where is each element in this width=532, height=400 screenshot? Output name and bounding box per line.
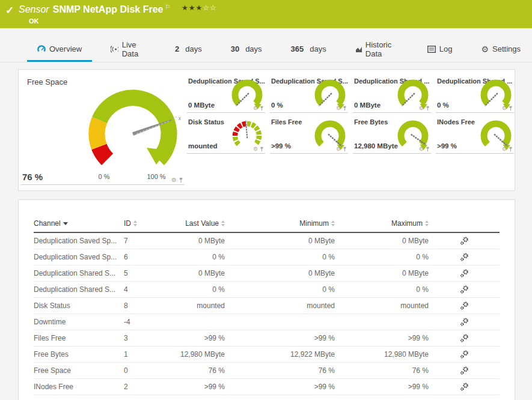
live-data-icon: [111, 46, 118, 53]
tab-2-days[interactable]: 2 days: [165, 36, 212, 62]
tab-overview[interactable]: Overview: [27, 36, 92, 62]
table-row[interactable]: Deduplication Shared S... 5 0 MByte 0 MB…: [34, 265, 500, 282]
channel-settings-gears-icon[interactable]: [460, 285, 469, 294]
table-row[interactable]: Files Free 3 >99 % >99 % >99 %: [34, 330, 500, 347]
tab-bar: Overview Live Data 2 days 30 days 365 da…: [0, 36, 532, 62]
channel-settings-gears-icon[interactable]: [460, 334, 469, 342]
tab-label: Log: [439, 44, 453, 53]
gauge-value: 0 MByte: [354, 102, 381, 109]
tab-historic-data[interactable]: Historic Data: [345, 36, 409, 62]
column-header-id[interactable]: ID: [124, 219, 159, 228]
channel-gauge-free-space[interactable]: Free Space x 76 % 0 % 100 % ⚙: [19, 70, 187, 190]
table-row[interactable]: Free Bytes 1 12,980 MByte 12,922 MByte 1…: [34, 347, 500, 363]
channel-gauge-dedup-saved-percent[interactable]: Deduplication Saved S... 0 % ⚙: [270, 73, 348, 113]
sort-desc-icon: [63, 222, 68, 225]
pin-icon[interactable]: [426, 106, 430, 111]
table-row[interactable]: Free Space 0 76 % 76 % 76 %: [34, 363, 500, 379]
channel-settings-gears-icon[interactable]: [460, 366, 469, 375]
gauge-settings-gear-icon[interactable]: ⚙: [336, 147, 341, 152]
table-row[interactable]: Deduplication Saved Sp... 7 0 MByte 0 MB…: [34, 233, 500, 249]
cell-last-value: 0 MByte: [159, 269, 225, 277]
channel-settings-gears-icon[interactable]: [460, 269, 469, 277]
pin-icon[interactable]: [343, 147, 347, 152]
column-header-channel[interactable]: Channel: [34, 219, 124, 228]
table-row[interactable]: Deduplication Saved Sp... 6 0 % 0 % 0 %: [34, 249, 500, 265]
sensor-status-badge: OK: [29, 17, 39, 25]
star-icon[interactable]: ★: [195, 4, 203, 12]
cell-maximum: >99 %: [335, 383, 429, 391]
channel-settings-gears-icon[interactable]: [460, 350, 469, 359]
flag-icon[interactable]: ⚐: [165, 4, 170, 10]
tab-number: 30: [231, 44, 239, 53]
cell-maximum: 76 %: [335, 366, 429, 375]
channel-settings-gears-icon[interactable]: [460, 253, 469, 261]
table-row[interactable]: Deduplication Shared S... 4 0 % 0 % 0 %: [34, 282, 500, 298]
priority-stars[interactable]: ★★★☆☆: [182, 4, 217, 12]
star-icon[interactable]: ☆: [203, 4, 210, 12]
tab-365-days[interactable]: 365 days: [281, 36, 337, 62]
channel-gauge-disk-status[interactable]: Disk Status: [187, 114, 265, 154]
gear-icon: ⚙: [481, 44, 489, 54]
gauge-settings-gear-icon[interactable]: ⚙: [171, 177, 177, 183]
table-row[interactable]: Downtime -4: [34, 314, 500, 330]
pin-icon[interactable]: [426, 147, 430, 152]
channel-settings-gears-icon[interactable]: [460, 237, 469, 245]
pin-icon[interactable]: [260, 106, 264, 111]
pin-icon[interactable]: [260, 147, 264, 152]
cell-maximum: 12,980 MByte: [335, 350, 429, 359]
pin-icon[interactable]: [343, 106, 347, 111]
cell-channel: Deduplication Saved Sp...: [34, 253, 124, 261]
channel-gauge-files-free[interactable]: Files Free >99 % ⚙: [270, 114, 348, 154]
pin-icon[interactable]: [509, 106, 513, 111]
log-icon: [427, 46, 436, 53]
gauge-settings-gear-icon[interactable]: ⚙: [419, 106, 424, 111]
cell-maximum: 0 %: [335, 285, 429, 294]
channel-gauge-free-bytes[interactable]: Free Bytes 12,980 MByte ⚙: [353, 114, 431, 154]
channel-table-panel: Channel ID Last Value Minimum Maximum: [18, 199, 515, 400]
pin-icon[interactable]: [509, 147, 513, 152]
cell-channel: Disk Status: [34, 302, 124, 310]
gauge-settings-gear-icon[interactable]: ⚙: [253, 106, 258, 111]
gauge-settings-gear-icon[interactable]: ⚙: [253, 147, 258, 152]
column-label: Last Value: [185, 219, 219, 228]
cell-channel: Free Bytes: [34, 350, 124, 359]
channel-gauge-dedup-shared-percent[interactable]: Deduplication Shared ... 0 % ⚙: [436, 73, 514, 113]
gauge-value: 12,980 MByte: [354, 142, 398, 150]
sort-icon: [133, 220, 137, 226]
tab-number: 365: [291, 44, 304, 53]
tab-30-days[interactable]: 30 days: [221, 36, 272, 62]
star-icon[interactable]: ★: [182, 4, 189, 12]
channel-table-header: Channel ID Last Value Minimum Maximum: [34, 219, 500, 233]
tab-label: Settings: [492, 44, 521, 53]
star-icon[interactable]: ★: [189, 4, 196, 12]
column-header-last-value[interactable]: Last Value: [159, 219, 225, 228]
cell-channel: INodes Free: [34, 383, 124, 391]
gauge-settings-gear-icon[interactable]: ⚙: [502, 106, 507, 111]
cell-minimum: 0 MByte: [225, 237, 335, 245]
channel-settings-gears-icon[interactable]: [460, 302, 469, 310]
pin-icon[interactable]: [179, 177, 183, 183]
table-row[interactable]: INodes Free 2 >99 % >99 % >99 %: [34, 379, 500, 395]
tab-settings[interactable]: ⚙ Settings: [471, 36, 531, 62]
cell-last-value: 0 %: [159, 253, 225, 261]
star-icon[interactable]: ☆: [210, 4, 217, 12]
tab-live-data[interactable]: Live Data: [100, 36, 156, 62]
column-header-minimum[interactable]: Minimum: [225, 219, 335, 228]
gauge-settings-gear-icon[interactable]: ⚙: [419, 147, 424, 152]
gauge-settings-gear-icon[interactable]: ⚙: [502, 147, 507, 152]
channel-gauge-dedup-shared-space[interactable]: Deduplication Shared ... 0 MByte ⚙: [353, 73, 431, 113]
gauge-value: mounted: [188, 142, 218, 150]
table-row[interactable]: Disk Status 8 mounted mounted mounted: [34, 298, 500, 314]
channel-gauge-inodes-free[interactable]: INodes Free >99 % ⚙: [436, 114, 514, 154]
channel-gauge-dedup-saved-space[interactable]: Deduplication Saved S... 0 MByte ⚙: [187, 73, 265, 113]
channel-settings-gears-icon[interactable]: [460, 318, 469, 326]
channel-settings-gears-icon[interactable]: [460, 383, 469, 391]
column-label: Minimum: [299, 219, 329, 228]
sensor-kind-label: Sensor: [19, 4, 49, 14]
column-label: Maximum: [391, 219, 423, 228]
gauge-settings-gear-icon[interactable]: ⚙: [336, 106, 341, 111]
tab-log[interactable]: Log: [417, 36, 463, 62]
cell-channel: Deduplication Shared S...: [34, 269, 124, 277]
gauge-value: >99 %: [437, 142, 457, 150]
column-header-maximum[interactable]: Maximum: [335, 219, 429, 228]
